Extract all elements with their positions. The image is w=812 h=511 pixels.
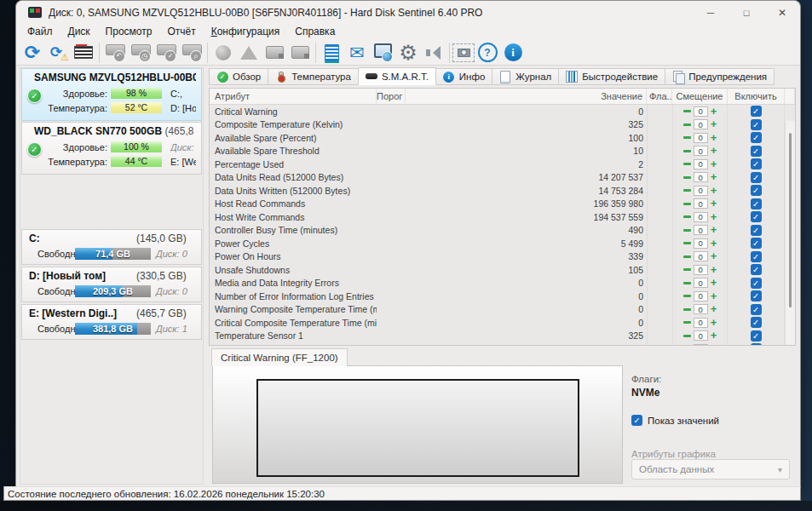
- enable-checkbox[interactable]: ✓: [751, 158, 762, 169]
- decrease-offset-button[interactable]: [683, 189, 691, 192]
- menu-item-Отчёт[interactable]: Отчёт: [159, 24, 203, 40]
- tab-Температура[interactable]: Температура: [268, 68, 359, 85]
- menu-item-Файл[interactable]: Файл: [20, 24, 60, 40]
- partition-panel[interactable]: C:(145,0 GB)Свободно71,4 GBДиск: 0: [21, 229, 202, 265]
- column-header-threshold[interactable]: Порог: [377, 89, 406, 104]
- enable-checkbox[interactable]: ✓: [751, 264, 762, 275]
- increase-offset-button[interactable]: +: [711, 252, 717, 261]
- increase-offset-button[interactable]: +: [711, 305, 717, 313]
- increase-offset-button[interactable]: +: [711, 213, 717, 221]
- enable-checkbox[interactable]: ✓: [751, 211, 762, 222]
- decrease-offset-button[interactable]: [683, 242, 691, 244]
- disk-panel[interactable]: WD_BLACK SN770 500GB (465,8 GB)✓Здоровье…: [21, 122, 202, 175]
- decrease-offset-button[interactable]: [683, 295, 691, 297]
- vertical-scrollbar[interactable]: [785, 121, 795, 346]
- increase-offset-button[interactable]: +: [711, 187, 717, 195]
- decrease-offset-button[interactable]: [683, 203, 691, 205]
- decrease-offset-button[interactable]: [683, 110, 691, 112]
- table-row[interactable]: Data Units Read (512000 Bytes)14 207 537…: [210, 171, 795, 185]
- enable-checkbox[interactable]: ✓: [751, 238, 762, 249]
- settings-icon[interactable]: [395, 42, 421, 64]
- column-header-enable[interactable]: Включить: [728, 89, 785, 104]
- decrease-offset-button[interactable]: [683, 268, 691, 271]
- decrease-offset-button[interactable]: [683, 308, 691, 311]
- enable-checkbox[interactable]: ✓: [751, 185, 762, 196]
- table-row[interactable]: Composite Temperature (Kelvin)3250+✓: [210, 118, 795, 132]
- increase-offset-button[interactable]: +: [711, 173, 717, 181]
- enable-checkbox[interactable]: ✓: [751, 304, 762, 315]
- increase-offset-button[interactable]: +: [711, 134, 717, 142]
- increase-offset-button[interactable]: +: [711, 278, 717, 287]
- table-row[interactable]: Power On Hours3390+✓: [210, 250, 795, 264]
- increase-offset-button[interactable]: +: [711, 146, 717, 155]
- enable-checkbox[interactable]: ✓: [751, 278, 762, 289]
- titlebar[interactable]: Диск: 0, SAMSUNG MZVLQ512HBLU-00B0 [S6F5…: [16, 1, 800, 24]
- partition-panel[interactable]: E: [Western Digi..](465,7 GB)Свободно381…: [21, 304, 202, 340]
- enable-checkbox[interactable]: ✓: [751, 198, 762, 210]
- decrease-offset-button[interactable]: [683, 321, 691, 324]
- enable-checkbox[interactable]: ✓: [751, 172, 762, 183]
- column-header-value[interactable]: Значение: [406, 89, 647, 104]
- report-icon[interactable]: [319, 42, 344, 64]
- increase-offset-button[interactable]: +: [711, 331, 717, 340]
- surface-test-icon[interactable]: [71, 42, 96, 64]
- table-row[interactable]: Critical Warning00+✓: [210, 105, 795, 118]
- enable-checkbox[interactable]: ✓: [751, 317, 762, 328]
- show-values-checkbox[interactable]: ✓: [631, 415, 642, 426]
- menu-item-Диск[interactable]: Диск: [60, 24, 98, 40]
- enable-checkbox[interactable]: ✓: [751, 290, 762, 301]
- enable-checkbox[interactable]: ✓: [751, 251, 762, 262]
- decrease-offset-button[interactable]: [683, 229, 691, 232]
- increase-offset-button[interactable]: +: [711, 199, 717, 208]
- tab-Обзор[interactable]: Обзор: [209, 68, 268, 85]
- table-row[interactable]: Temperature Sensor 13250+✓: [210, 330, 795, 343]
- table-row[interactable]: Host Read Commands196 359 9800+✓: [210, 198, 795, 211]
- increase-offset-button[interactable]: +: [711, 292, 717, 301]
- tab-S.M.A.R.T.[interactable]: S.M.A.R.T.: [359, 67, 436, 85]
- network-icon[interactable]: [370, 42, 395, 64]
- table-row[interactable]: Warning Composite Temperature Time (minu…: [210, 303, 795, 317]
- enable-checkbox[interactable]: ✓: [751, 119, 762, 130]
- graph-area-dropdown[interactable]: Область данных ▾: [631, 459, 790, 479]
- tab-Инфо[interactable]: Инфо: [436, 68, 492, 85]
- decrease-offset-button[interactable]: [683, 123, 691, 126]
- table-row[interactable]: Available Spare (Percent)1000+✓: [210, 131, 795, 145]
- table-row[interactable]: Critical Composite Temperature Time (min…: [210, 316, 795, 330]
- table-row[interactable]: Available Spare Threshold100+✓: [210, 145, 795, 158]
- menu-item-Просмотр[interactable]: Просмотр: [98, 24, 160, 40]
- enable-checkbox[interactable]: ✓: [751, 132, 762, 143]
- decrease-offset-button[interactable]: [683, 150, 691, 152]
- scrollbar-thumb[interactable]: [789, 133, 792, 307]
- increase-offset-button[interactable]: +: [711, 160, 717, 169]
- table-row[interactable]: Percentage Used20+✓: [210, 158, 795, 171]
- refresh-icon[interactable]: [20, 42, 45, 64]
- table-row[interactable]: Host Write Commands194 537 5590+✓: [210, 210, 795, 224]
- mail-icon[interactable]: [344, 42, 370, 64]
- table-row[interactable]: Media and Data Integrity Errors00+✓: [210, 277, 795, 290]
- enable-checkbox[interactable]: ✓: [751, 106, 762, 117]
- increase-offset-button[interactable]: +: [711, 120, 717, 129]
- enable-checkbox[interactable]: ✓: [751, 225, 762, 236]
- partition-panel[interactable]: D: [Новый том](330,5 GB)Свободно209,3 GB…: [21, 267, 202, 302]
- table-row[interactable]: Controller Busy Time (minutes)4900+✓: [210, 224, 795, 238]
- increase-offset-button[interactable]: +: [711, 226, 717, 234]
- column-header-attribute[interactable]: Атрибут: [210, 89, 377, 104]
- decrease-offset-button[interactable]: [683, 136, 691, 139]
- menu-item-Справка[interactable]: Справка: [287, 24, 343, 40]
- tab-Быстродействие[interactable]: Быстродействие: [559, 68, 665, 85]
- menu-item-Конфигурация[interactable]: Конфигурация: [204, 24, 288, 40]
- info-icon[interactable]: [500, 42, 526, 64]
- minimize-button[interactable]: ─: [693, 1, 728, 24]
- decrease-offset-button[interactable]: [683, 256, 691, 258]
- increase-offset-button[interactable]: +: [711, 239, 717, 248]
- increase-offset-button[interactable]: +: [711, 266, 717, 274]
- column-header-offset[interactable]: Смещение: [672, 89, 728, 104]
- column-header-flags[interactable]: Фла...: [647, 89, 672, 104]
- increase-offset-button[interactable]: +: [711, 319, 717, 327]
- table-row[interactable]: Power Cycles5 4990+✓: [210, 237, 795, 250]
- decrease-offset-button[interactable]: [683, 282, 691, 284]
- refresh-warning-icon[interactable]: [45, 42, 71, 64]
- tab-Журнал[interactable]: Журнал: [492, 68, 559, 85]
- camera-icon[interactable]: [452, 43, 475, 62]
- table-row[interactable]: Data Units Written (512000 Bytes)14 753 …: [210, 184, 795, 198]
